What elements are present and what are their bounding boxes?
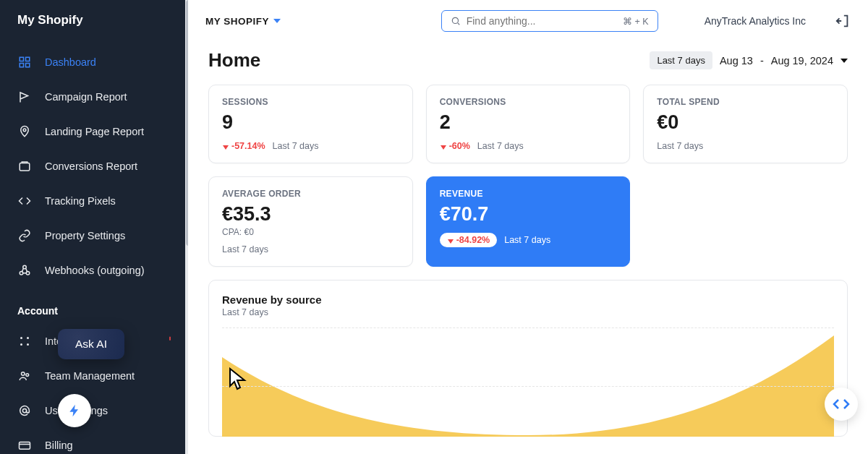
card-period: Last 7 days xyxy=(477,141,524,151)
card-value: 9 xyxy=(222,111,399,134)
page-title: Home xyxy=(208,49,260,72)
svg-point-11 xyxy=(20,343,22,346)
flag-icon xyxy=(17,90,32,104)
arrow-down-icon xyxy=(222,142,229,150)
card-value: €70.7 xyxy=(440,203,617,226)
warning-icon[interactable] xyxy=(163,333,177,347)
card-label: REVENUE xyxy=(440,189,617,199)
card-period: Last 7 days xyxy=(273,141,319,151)
sidebar-item-campaign[interactable]: Campaign Report xyxy=(0,80,188,114)
arrow-down-icon xyxy=(447,236,454,244)
card-period: Last 7 days xyxy=(222,244,268,254)
card-value: €35.3 xyxy=(222,203,399,226)
topbar: MY SHOPIFY ⌘ + K AnyTrack Analytics Inc xyxy=(188,0,868,42)
caret-down-icon xyxy=(273,17,281,25)
sidebar-item-label: Conversions Report xyxy=(45,160,137,172)
svg-point-15 xyxy=(22,408,26,412)
range-sep: - xyxy=(760,55,764,67)
search-icon xyxy=(451,16,461,26)
range-start: Aug 13 xyxy=(720,55,753,67)
chart-sub: Last 7 days xyxy=(222,307,834,317)
card-label: CONVERSIONS xyxy=(440,97,617,107)
integrations-icon xyxy=(17,334,32,348)
company-name[interactable]: AnyTrack Analytics Inc xyxy=(705,15,806,27)
svg-rect-16 xyxy=(20,442,30,450)
card-value: €0 xyxy=(657,111,834,134)
sidebar-item-team[interactable]: Team Management xyxy=(0,359,188,393)
card-spend[interactable]: TOTAL SPEND €0 Last 7 days xyxy=(643,85,848,163)
card-avg-order[interactable]: AVERAGE ORDER €35.3 CPA: €0 Last 7 days xyxy=(208,176,413,267)
sidebar-item-user[interactable]: User Settings xyxy=(0,393,188,428)
card-label: TOTAL SPEND xyxy=(657,97,834,107)
card-sessions[interactable]: SESSIONS 9 -57.14% Last 7 days xyxy=(208,85,413,163)
svg-point-4 xyxy=(23,129,26,132)
breadcrumb-label: MY SHOPIFY xyxy=(205,16,269,27)
sidebar-item-label: Dashboard xyxy=(45,56,96,68)
date-range-picker[interactable]: Last 7 days Aug 13 - Aug 19, 2024 xyxy=(650,51,848,69)
svg-rect-3 xyxy=(26,64,30,67)
chart-title: Revenue by source xyxy=(222,294,834,306)
account-heading: Account xyxy=(0,288,188,324)
sidebar: My Shopify Dashboard Campaign Report Lan… xyxy=(0,0,188,454)
search-input-wrap[interactable]: ⌘ + K xyxy=(441,10,658,32)
svg-point-10 xyxy=(27,337,29,339)
pin-icon xyxy=(17,124,32,139)
sidebar-item-conversions[interactable]: Conversions Report xyxy=(0,149,188,184)
team-icon xyxy=(17,369,32,383)
sidebar-item-landing[interactable]: Landing Page Report xyxy=(0,114,188,149)
svg-rect-2 xyxy=(20,64,23,67)
card-value: 2 xyxy=(440,111,617,134)
svg-point-14 xyxy=(26,374,29,377)
caret-down-icon xyxy=(841,57,848,64)
cursor-icon xyxy=(229,367,249,390)
sidebar-item-label: Property Settings xyxy=(45,230,125,241)
card-icon xyxy=(17,438,32,453)
sidebar-item-label: Webhooks (outgoing) xyxy=(45,265,145,276)
sidebar-item-label: Team Management xyxy=(45,370,135,382)
sidebar-item-property[interactable]: Property Settings xyxy=(0,218,188,253)
sidebar-item-label: Campaign Report xyxy=(45,91,127,103)
main: MY SHOPIFY ⌘ + K AnyTrack Analytics Inc … xyxy=(188,0,868,454)
webhook-icon xyxy=(17,263,32,278)
card-label: SESSIONS xyxy=(222,97,399,107)
svg-rect-5 xyxy=(20,163,30,171)
logout-icon[interactable] xyxy=(835,13,851,29)
card-delta: -60% xyxy=(440,141,470,151)
dashboard-icon xyxy=(17,55,32,69)
code-icon xyxy=(17,194,32,208)
sidebar-item-billing[interactable]: Billing xyxy=(0,428,188,454)
card-delta: -84.92% xyxy=(440,233,498,247)
sidebar-item-label: Landing Page Report xyxy=(45,126,144,137)
sidebar-item-pixels[interactable]: Tracking Pixels xyxy=(0,184,188,218)
card-sub: CPA: €0 xyxy=(222,227,399,237)
card-revenue[interactable]: REVENUE €70.7 -84.92% Last 7 days xyxy=(426,176,631,267)
sidebar-item-webhooks[interactable]: Webhooks (outgoing) xyxy=(0,253,188,288)
conversions-icon xyxy=(17,159,32,174)
range-end: Aug 19, 2024 xyxy=(771,55,833,67)
chart-revenue-by-source: Revenue by source Last 7 days xyxy=(208,280,848,437)
svg-rect-0 xyxy=(20,57,23,61)
card-period: Last 7 days xyxy=(504,235,550,245)
at-icon xyxy=(17,403,32,418)
link-icon xyxy=(17,228,32,243)
card-conversions[interactable]: CONVERSIONS 2 -60% Last 7 days xyxy=(426,85,631,163)
sidebar-item-label: Billing xyxy=(45,440,73,451)
app-title: My Shopify xyxy=(0,13,188,45)
sidebar-item-label: Tracking Pixels xyxy=(45,195,116,207)
help-fab[interactable] xyxy=(825,387,858,421)
svg-point-13 xyxy=(22,372,25,376)
svg-rect-1 xyxy=(26,57,30,61)
range-preset: Last 7 days xyxy=(650,51,712,69)
card-label: AVERAGE ORDER xyxy=(222,189,399,199)
chart-canvas xyxy=(222,327,834,436)
sidebar-item-dashboard[interactable]: Dashboard xyxy=(0,45,188,80)
search-shortcut: ⌘ + K xyxy=(623,16,649,27)
card-delta: -57.14% xyxy=(222,141,265,151)
bolt-fab[interactable] xyxy=(58,394,91,427)
search-input[interactable] xyxy=(467,15,617,27)
arrow-down-icon xyxy=(440,142,447,150)
svg-point-17 xyxy=(452,17,458,23)
ask-ai-button[interactable]: Ask AI xyxy=(58,329,124,359)
property-selector[interactable]: MY SHOPIFY xyxy=(205,16,281,27)
card-period: Last 7 days xyxy=(657,141,703,151)
